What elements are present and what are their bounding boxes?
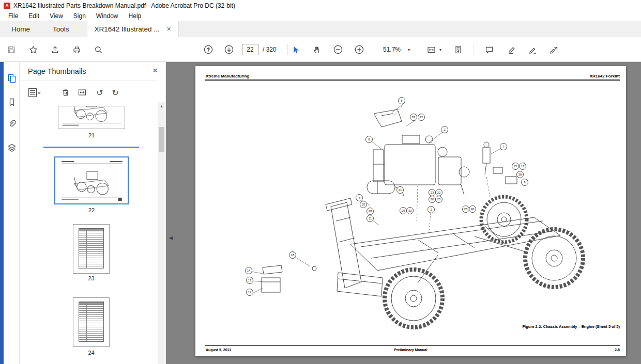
- document-area: Xtreme Manufacturing XR1642 Forklift: [166, 62, 641, 364]
- tab-home[interactable]: Home: [0, 21, 41, 37]
- callout-8: 8: [366, 136, 373, 143]
- callout-4: 4: [356, 195, 363, 201]
- figure-caption: Figure 2-2. Chassis Assembly – Engine (S…: [522, 324, 620, 329]
- toolbar-separator: [474, 44, 474, 55]
- acrobat-window: A XR1642 Illustrated Parts Breakdown Man…: [0, 0, 641, 364]
- page-number-input[interactable]: [242, 44, 258, 55]
- zoom-caret-icon[interactable]: ▾: [408, 48, 410, 52]
- svg-text:11: 11: [369, 217, 372, 220]
- svg-text:25: 25: [362, 203, 365, 206]
- panel-options-icon[interactable]: [28, 86, 41, 99]
- menu-file[interactable]: File: [3, 12, 23, 20]
- highlight-icon[interactable]: [505, 42, 519, 57]
- svg-text:25: 25: [514, 165, 517, 168]
- window-title: XR1642 Illustrated Parts Breakdown Manua…: [13, 2, 235, 9]
- panel-scrollbar-thumb[interactable]: [159, 127, 164, 152]
- thumbnail-page-24[interactable]: [73, 297, 110, 347]
- svg-text:14: 14: [247, 269, 251, 272]
- svg-text:17: 17: [521, 165, 525, 168]
- request-signatures-icon[interactable]: [546, 42, 561, 57]
- close-document-tab-icon[interactable]: ×: [167, 25, 171, 33]
- rotate-cw-icon[interactable]: ↻: [109, 86, 122, 99]
- diagram-svg: 6333228725173892123222025342528293011253…: [195, 66, 626, 356]
- svg-text:21: 21: [399, 188, 402, 192]
- save-icon[interactable]: [4, 42, 19, 57]
- next-page-icon[interactable]: [222, 42, 236, 57]
- star-favorite-icon[interactable]: [26, 42, 40, 57]
- callout-28: 28: [367, 208, 374, 215]
- toolbar-separator: [420, 44, 420, 55]
- panel-divider: [20, 81, 158, 81]
- hand-tool-icon[interactable]: [310, 42, 324, 57]
- pdf-page: Xtreme Manufacturing XR1642 Forklift: [195, 66, 626, 356]
- zoom-out-icon[interactable]: [331, 42, 345, 57]
- navigation-rail: [4, 62, 20, 364]
- thumbnail-page-21[interactable]: [58, 106, 125, 129]
- callout-25: 25: [512, 163, 519, 170]
- callout-6: 6: [399, 98, 405, 104]
- rotate-ccw-icon[interactable]: ↺: [93, 86, 106, 99]
- menu-window[interactable]: Window: [91, 12, 124, 20]
- thumbnail-preview: [79, 228, 104, 268]
- menubar: FileEditViewSignWindowHelp: [0, 11, 641, 21]
- callout-33: 33: [410, 114, 417, 121]
- page-display-icon[interactable]: [451, 42, 465, 57]
- svg-text:23: 23: [431, 191, 434, 194]
- acrobat-icon: A: [4, 3, 10, 9]
- print-icon[interactable]: [69, 42, 84, 57]
- svg-text:32: 32: [420, 116, 423, 119]
- svg-text:38: 38: [518, 173, 522, 176]
- page-thumbnails-rail-icon[interactable]: [6, 72, 18, 84]
- zoom-level-dropdown[interactable]: 51.7%: [383, 46, 401, 53]
- scrollbar-up-arrow-icon[interactable]: ▴: [158, 104, 165, 108]
- fit-width-caret-icon[interactable]: ▾: [439, 48, 441, 52]
- previous-page-icon[interactable]: [201, 42, 216, 57]
- callout-38: 38: [517, 171, 524, 178]
- callout-12: 12: [247, 289, 253, 296]
- layers-rail-icon[interactable]: [6, 141, 18, 153]
- page-thumbnails-panel: Page Thumbnails × ↺ ↻: [20, 62, 165, 364]
- left-accent-strip: [0, 62, 4, 364]
- menu-edit[interactable]: Edit: [23, 12, 44, 20]
- share-icon[interactable]: [48, 42, 62, 57]
- attachments-rail-icon[interactable]: [6, 118, 18, 130]
- svg-text:28: 28: [369, 210, 372, 213]
- thumbnail-label: 21: [58, 132, 125, 138]
- menu-sign[interactable]: Sign: [68, 12, 91, 20]
- select-tool-icon[interactable]: [288, 42, 302, 57]
- callout-21: 21: [397, 187, 404, 194]
- callout-32: 32: [418, 114, 425, 121]
- fit-width-icon[interactable]: [424, 42, 438, 57]
- thumbnail-label: 22: [54, 207, 129, 213]
- menu-view[interactable]: View: [44, 12, 68, 20]
- menu-help[interactable]: Help: [124, 12, 147, 20]
- panel-close-icon[interactable]: ×: [152, 66, 158, 76]
- svg-text:36: 36: [471, 208, 475, 211]
- comment-icon[interactable]: [482, 42, 496, 57]
- callout-14: 14: [246, 267, 252, 274]
- thumbnail-label: 23: [73, 275, 110, 281]
- callout-18: 18: [289, 252, 296, 259]
- resize-thumbnails-icon[interactable]: [75, 86, 89, 99]
- search-icon[interactable]: [91, 42, 105, 57]
- delete-pages-icon[interactable]: [59, 86, 72, 99]
- callout-29: 29: [400, 208, 407, 214]
- tab-tools[interactable]: Tools: [41, 21, 81, 37]
- thumbnail-preview: [58, 106, 125, 129]
- main-toolbar: / 320 51.7% ▾ ▾: [0, 37, 641, 62]
- page-footer-number: 2-8: [615, 348, 620, 352]
- bookmarks-rail-icon[interactable]: [6, 96, 18, 108]
- thumbnail-preview: [55, 157, 128, 203]
- thumbnail-page-23[interactable]: [73, 224, 110, 274]
- thumbnail-page-22[interactable]: [54, 156, 129, 204]
- callout-25: 25: [360, 201, 367, 208]
- tab-document[interactable]: XR1642 Illustrated ... ×: [87, 21, 179, 37]
- forklift-sketch: [252, 103, 583, 327]
- callout-7: 7: [500, 144, 507, 150]
- callout-23: 23: [429, 189, 436, 196]
- collapse-panel-icon[interactable]: ◂: [169, 233, 173, 242]
- callout-36: 36: [469, 206, 476, 213]
- zoom-in-icon[interactable]: [352, 42, 367, 57]
- svg-text:12: 12: [248, 291, 252, 294]
- fill-and-sign-icon[interactable]: [525, 42, 540, 57]
